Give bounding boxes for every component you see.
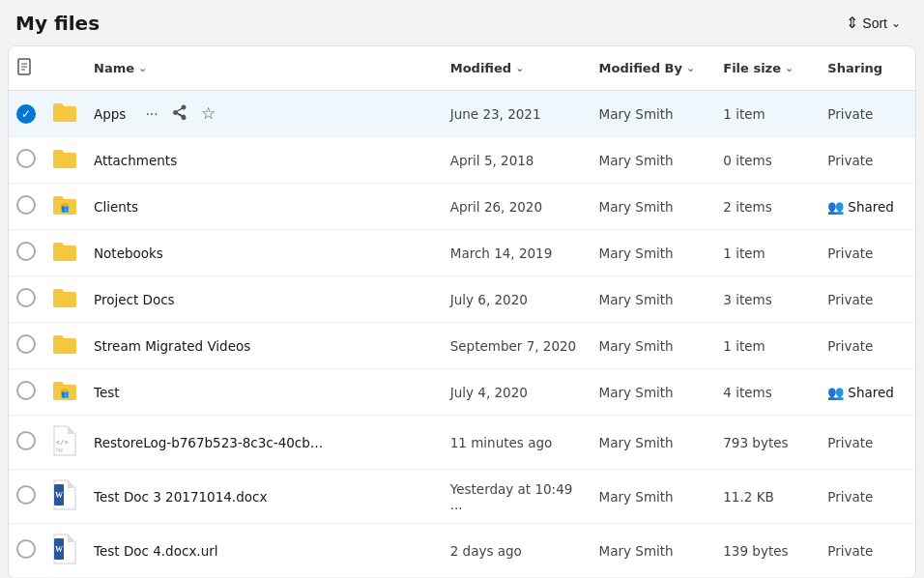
row-checkbox[interactable]	[9, 184, 43, 230]
row-modifiedby: Mary Smith	[592, 470, 716, 524]
row-filesize: 4 items	[715, 369, 820, 416]
row-checkbox[interactable]: ✓	[9, 91, 43, 137]
row-checkbox[interactable]	[9, 524, 43, 578]
row-name-cell: Project Docs	[86, 276, 443, 323]
page-title: My files	[15, 12, 100, 35]
row-filesize: 3 items	[715, 276, 820, 323]
folder-icon	[43, 91, 86, 137]
row-name-cell: Stream Migrated Videos	[86, 323, 443, 369]
row-checkbox[interactable]	[9, 416, 43, 470]
row-checkbox[interactable]	[9, 230, 43, 276]
row-name-text: Project Docs	[94, 292, 175, 307]
row-filesize: 11.2 KB	[715, 470, 820, 524]
row-name-text: RestoreLog-b767b523-8c3c-40cb-9ae7-8b...	[94, 435, 326, 450]
shared-label: Shared	[848, 385, 894, 400]
table-row[interactable]: AttachmentsApril 5, 2018Mary Smith0 item…	[9, 137, 915, 184]
row-name-text: Test Doc 4.docx.url	[94, 543, 218, 559]
row-sharing: 👥Shared	[820, 184, 915, 230]
row-name-text: Apps	[94, 106, 126, 122]
table-row[interactable]: W Test Doc 4.docx.url2 days agoMary Smit…	[9, 524, 915, 578]
name-sort-arrow: ⌄	[138, 62, 147, 74]
row-sharing: 👥Shared	[820, 369, 915, 416]
row-filesize: 1 item	[715, 323, 820, 369]
sort-icon: ⇕	[846, 14, 858, 32]
row-modified: April 5, 2018	[443, 137, 592, 184]
col-name-label: Name	[94, 61, 134, 75]
th-name[interactable]: Name ⌄	[86, 46, 443, 91]
row-checkbox[interactable]	[9, 276, 43, 323]
table-row[interactable]: ✓ Apps···☆June 23, 2021Mary Smith1 itemP…	[9, 91, 915, 137]
row-modified: July 4, 2020	[443, 369, 592, 416]
table-row[interactable]: Stream Migrated VideosSeptember 7, 2020M…	[9, 323, 915, 369]
shared-people-icon: 👥	[827, 199, 844, 215]
table-row[interactable]: Project DocsJuly 6, 2020Mary Smith3 item…	[9, 276, 915, 323]
row-name-text: Test	[94, 385, 120, 400]
row-modifiedby: Mary Smith	[592, 369, 716, 416]
more-options-button[interactable]: ···	[141, 103, 161, 125]
row-checkbox[interactable]	[9, 323, 43, 369]
row-filesize: 1 item	[715, 91, 820, 137]
th-checkbox	[9, 46, 43, 91]
word-file-icon: W	[43, 470, 86, 524]
row-name-text: Attachments	[94, 153, 177, 168]
row-modifiedby: Mary Smith	[592, 416, 716, 470]
folder-icon: 👥	[43, 184, 86, 230]
svg-text:W: W	[55, 545, 63, 554]
folder-icon	[43, 323, 86, 369]
row-modified: September 7, 2020	[443, 323, 592, 369]
row-name-text: Notebooks	[94, 246, 163, 261]
header-file-icon	[16, 64, 32, 78]
th-modifiedby[interactable]: Modified By ⌄	[592, 46, 716, 91]
shared-label: Shared	[848, 199, 894, 215]
col-sharing-label: Sharing	[827, 61, 882, 75]
folder-icon	[43, 137, 86, 184]
th-filesize[interactable]: File size ⌄	[715, 46, 820, 91]
row-name-cell: RestoreLog-b767b523-8c3c-40cb-9ae7-8b...	[86, 416, 443, 470]
word-file-icon: W	[43, 524, 86, 578]
sort-button[interactable]: ⇕ Sort ⌄	[838, 10, 909, 36]
code-file-icon: </> log	[43, 416, 86, 470]
folder-icon: 👥	[43, 369, 86, 416]
row-name-cell: Clients	[86, 184, 443, 230]
table-row[interactable]: 👥 ClientsApril 26, 2020Mary Smith2 items…	[9, 184, 915, 230]
th-icon	[43, 46, 86, 91]
share-button[interactable]	[168, 102, 191, 126]
th-sharing: Sharing	[820, 46, 915, 91]
table-row[interactable]: 👥 TestJuly 4, 2020Mary Smith4 items👥Shar…	[9, 369, 915, 416]
table-row[interactable]: W Test Doc 3 20171014.docxYesterday at 1…	[9, 470, 915, 524]
table-row[interactable]: </> log RestoreLog-b767b523-8c3c-40cb-9a…	[9, 416, 915, 470]
row-checkbox[interactable]	[9, 369, 43, 416]
row-filesize: 1 item	[715, 230, 820, 276]
row-checkbox[interactable]	[9, 137, 43, 184]
row-filesize: 139 bytes	[715, 524, 820, 578]
col-modified-label: Modified	[450, 61, 511, 75]
filesize-sort-arrow: ⌄	[785, 62, 794, 74]
row-modified: April 26, 2020	[443, 184, 592, 230]
row-modifiedby: Mary Smith	[592, 276, 716, 323]
th-modified[interactable]: Modified ⌄	[443, 46, 592, 91]
row-name-cell: Test Doc 4.docx.url	[86, 524, 443, 578]
row-checkbox[interactable]	[9, 470, 43, 524]
row-modifiedby: Mary Smith	[592, 230, 716, 276]
row-name-text: Clients	[94, 199, 138, 215]
row-filesize: 0 items	[715, 137, 820, 184]
svg-text:👥: 👥	[61, 390, 70, 398]
shared-people-icon: 👥	[827, 385, 844, 400]
row-modified: 2 days ago	[443, 524, 592, 578]
row-name-cell: Test Doc 3 20171014.docx	[86, 470, 443, 524]
shared-badge: 👥Shared	[827, 199, 894, 215]
col-filesize-label: File size	[723, 61, 781, 75]
shared-badge: 👥Shared	[827, 385, 894, 400]
row-sharing: Private	[820, 470, 915, 524]
row-name-cell: Test	[86, 369, 443, 416]
row-filesize: 793 bytes	[715, 416, 820, 470]
svg-text:W: W	[55, 491, 63, 500]
folder-icon	[43, 230, 86, 276]
row-modifiedby: Mary Smith	[592, 137, 716, 184]
row-sharing: Private	[820, 323, 915, 369]
star-button[interactable]: ☆	[197, 101, 219, 126]
svg-text:👥: 👥	[61, 204, 70, 213]
table-row[interactable]: NotebooksMarch 14, 2019Mary Smith1 itemP…	[9, 230, 915, 276]
row-modified: March 14, 2019	[443, 230, 592, 276]
row-name-text: Test Doc 3 20171014.docx	[94, 489, 267, 505]
